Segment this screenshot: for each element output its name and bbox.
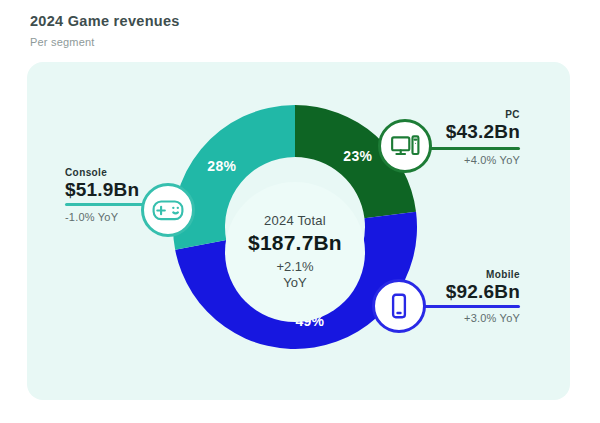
gamepad-icon [152,197,184,223]
donut-percent-label-pc: 23% [343,148,372,164]
mobile-connector-line [420,305,520,308]
console-icon-bubble [141,183,195,237]
pc-connector-line [427,147,520,150]
donut-percent-label-console: 28% [207,158,236,174]
total-label: 2024 Total [264,213,326,228]
pc-value: $43.2Bn [446,121,520,143]
total-value: $187.7Bn [248,231,342,255]
page-header: 2024 Game revenues Per segment [30,13,180,48]
total-change: +2.1% [276,259,313,275]
mobile-value: $92.6Bn [446,281,520,303]
mobile-callout: Mobile $92.6Bn [446,268,520,303]
mobile-yoy: +3.0% YoY [464,312,520,324]
pc-icon-bubble [378,119,432,173]
mobile-icon-bubble [372,279,426,333]
console-callout: Console $51.9Bn [65,166,139,201]
console-yoy: -1.0% YoY [65,211,118,223]
pc-label: PC [446,108,520,121]
chart-card: 23%49%28% 2024 Total $187.7Bn +2.1% YoY … [27,62,570,400]
donut-center-summary: 2024 Total $187.7Bn +2.1% YoY [225,182,365,322]
page-title: 2024 Game revenues [30,13,180,29]
page-subtitle: Per segment [30,36,180,48]
desktop-pc-icon [390,131,420,161]
console-connector-line [65,203,147,206]
pc-yoy: +4.0% YoY [464,154,520,166]
mobile-label: Mobile [446,268,520,281]
console-label: Console [65,166,139,179]
console-value: $51.9Bn [65,179,139,201]
total-change-suffix: YoY [283,275,306,291]
pc-callout: PC $43.2Bn [446,108,520,143]
smartphone-icon [384,291,414,321]
